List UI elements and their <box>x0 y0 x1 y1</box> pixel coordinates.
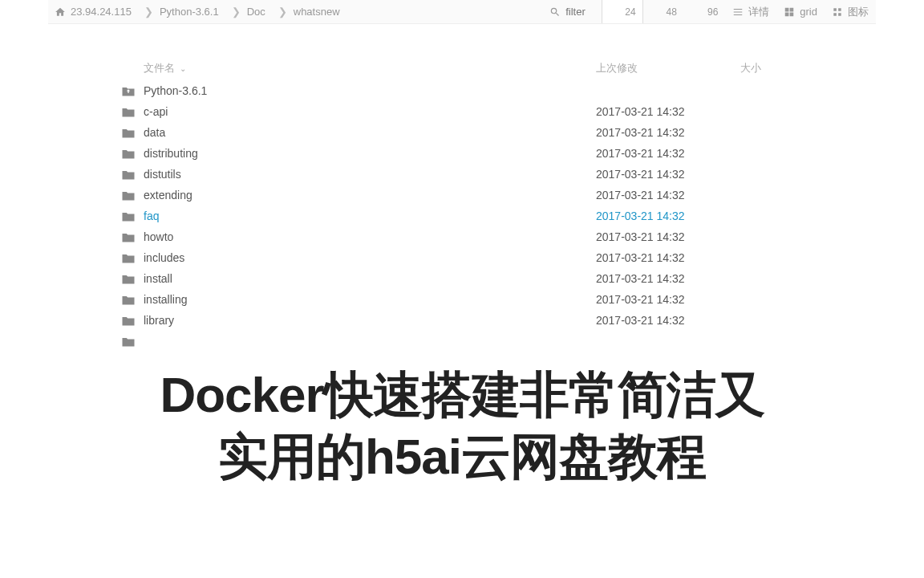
breadcrumb: 23.94.24.115 ❯ Python-3.6.1 ❯ Doc ❯ what… <box>48 0 542 23</box>
table-row[interactable]: distributing2017-03-21 14:32 <box>113 143 811 164</box>
row-name: distutils <box>144 168 596 181</box>
size-label: 96 <box>707 6 718 18</box>
row-date: 2017-03-21 14:32 <box>596 314 740 327</box>
table-row[interactable]: data2017-03-21 14:32 <box>113 122 811 143</box>
chevron-right-icon: ❯ <box>278 6 287 18</box>
folder-icon <box>120 188 137 202</box>
table-row[interactable] <box>113 331 811 352</box>
table-row[interactable]: installing2017-03-21 14:32 <box>113 289 811 310</box>
row-date: 2017-03-21 14:32 <box>596 293 740 306</box>
crumb-label: whatsnew <box>294 6 340 18</box>
row-name: howto <box>144 230 596 243</box>
expand-icon <box>650 6 662 18</box>
row-date: 2017-03-21 14:32 <box>596 147 740 160</box>
folder-icon <box>120 104 137 119</box>
expand-icon <box>609 6 620 18</box>
row-name: data <box>144 126 596 139</box>
row-name: install <box>144 272 596 285</box>
folder-icon <box>120 209 137 223</box>
row-name: includes <box>144 251 596 264</box>
crumb-3[interactable]: ❯ whatsnew <box>272 0 346 23</box>
parent-row[interactable]: Python-3.6.1 <box>113 80 811 101</box>
folder-icon <box>120 292 137 307</box>
row-date: 2017-03-21 14:32 <box>596 251 740 264</box>
size-48-button[interactable]: 48 <box>643 0 684 23</box>
size-96-button[interactable]: 96 <box>684 0 725 23</box>
table-row[interactable]: c-api2017-03-21 14:32 <box>113 101 811 122</box>
view-label: grid <box>800 6 817 18</box>
table-header: 文件名 ⌄ 上次修改 大小 <box>113 56 811 80</box>
header-name[interactable]: 文件名 ⌄ <box>120 61 596 75</box>
chevron-right-icon: ❯ <box>232 6 241 18</box>
folder-up-icon <box>120 83 137 98</box>
topbar: 23.94.24.115 ❯ Python-3.6.1 ❯ Doc ❯ what… <box>48 0 876 24</box>
row-name: distributing <box>144 147 596 160</box>
table-row[interactable]: install2017-03-21 14:32 <box>113 268 811 289</box>
row-date: 2017-03-21 14:32 <box>596 272 740 285</box>
table-row[interactable]: faq2017-03-21 14:32 <box>113 206 811 226</box>
filter-tool[interactable] <box>542 0 602 23</box>
folder-icon <box>120 313 137 328</box>
view-details-button[interactable]: 详情 <box>725 0 776 23</box>
table-row[interactable]: distutils2017-03-21 14:32 <box>113 164 811 185</box>
table-row[interactable]: includes2017-03-21 14:32 <box>113 247 811 268</box>
header-date[interactable]: 上次修改 <box>596 61 740 75</box>
size-label: 48 <box>667 6 677 18</box>
row-name: library <box>144 314 596 327</box>
expand-icon <box>691 6 703 18</box>
row-date: 2017-03-21 14:32 <box>596 230 740 243</box>
search-icon <box>549 6 561 18</box>
row-name: faq <box>144 210 596 222</box>
folder-icon <box>120 125 137 140</box>
size-label: 24 <box>625 6 635 18</box>
crumb-1[interactable]: ❯ Python-3.6.1 <box>138 0 225 23</box>
chevron-down-icon: ⌄ <box>180 64 186 73</box>
header-size[interactable]: 大小 <box>740 61 804 75</box>
row-name: Python-3.6.1 <box>144 84 596 97</box>
size-24-button[interactable]: 24 <box>602 0 642 23</box>
overlay-line-2: 实用的h5ai云网盘教程 <box>0 425 924 488</box>
chevron-right-icon: ❯ <box>144 6 153 18</box>
table-row[interactable]: extending2017-03-21 14:32 <box>113 185 811 206</box>
table-row[interactable]: library2017-03-21 14:32 <box>113 310 811 331</box>
crumb-host: 23.94.24.115 <box>71 6 132 18</box>
row-date: 2017-03-21 14:32 <box>596 210 740 222</box>
view-grid-button[interactable]: grid <box>776 0 825 23</box>
grid-icon <box>784 6 795 18</box>
overlay-line-1: Docker快速搭建非常简洁又 <box>0 364 924 426</box>
icons-icon <box>832 6 843 18</box>
overlay-title: Docker快速搭建非常简洁又 实用的h5ai云网盘教程 <box>0 353 924 498</box>
home-icon <box>55 6 66 18</box>
row-date: 2017-03-21 14:32 <box>596 168 740 181</box>
row-date: 2017-03-21 14:32 <box>596 126 740 139</box>
crumb-2[interactable]: ❯ Doc <box>225 0 272 23</box>
crumb-label: Python-3.6.1 <box>160 6 219 18</box>
row-name: installing <box>144 293 596 306</box>
row-name: c-api <box>144 105 596 118</box>
filter-input[interactable] <box>565 6 594 18</box>
table-row[interactable]: howto2017-03-21 14:32 <box>113 226 811 247</box>
list-icon <box>732 6 744 18</box>
folder-icon <box>120 146 137 161</box>
folder-icon <box>120 334 137 348</box>
crumb-home[interactable]: 23.94.24.115 <box>48 0 138 23</box>
folder-icon <box>120 230 137 244</box>
view-icons-button[interactable]: 图标 <box>825 0 876 23</box>
row-name: extending <box>144 189 596 201</box>
folder-icon <box>120 271 137 286</box>
row-date: 2017-03-21 14:32 <box>596 105 740 118</box>
crumb-label: Doc <box>247 6 265 18</box>
row-date: 2017-03-21 14:32 <box>596 189 740 201</box>
toolbar: 24 48 96 详情 grid 图标 <box>542 0 876 23</box>
folder-icon <box>120 167 137 181</box>
view-label: 图标 <box>848 5 869 19</box>
folder-icon <box>120 250 137 265</box>
view-label: 详情 <box>748 5 769 19</box>
